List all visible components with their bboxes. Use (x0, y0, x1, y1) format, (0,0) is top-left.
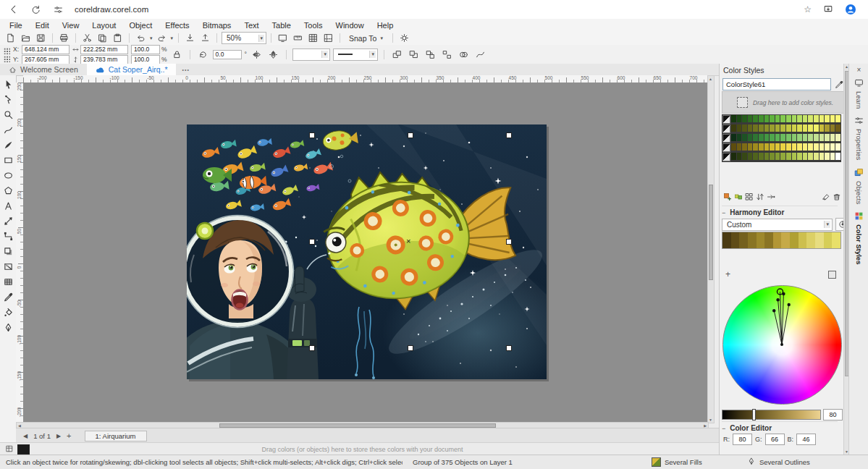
tab-overflow-button[interactable]: ••• (176, 64, 195, 75)
color-swatch[interactable] (742, 143, 747, 151)
color-swatch[interactable] (775, 115, 780, 122)
color-swatch[interactable] (786, 134, 791, 141)
ellipse-tool[interactable] (0, 168, 16, 183)
harmony-band[interactable] (773, 232, 782, 248)
color-swatch[interactable] (759, 143, 764, 151)
scroll-down-icon[interactable]: ▼ (709, 418, 712, 422)
brightness-handle[interactable] (752, 409, 756, 421)
color-swatch[interactable] (748, 124, 753, 132)
color-swatch[interactable] (808, 153, 813, 160)
color-swatch[interactable] (814, 153, 819, 160)
origin-grid-icon[interactable] (3, 47, 10, 54)
brightness-value[interactable]: 80 (823, 409, 843, 421)
convert-to-curves-button[interactable] (473, 48, 487, 61)
color-swatch[interactable] (808, 124, 813, 132)
copy-button[interactable] (96, 32, 109, 44)
text-tool[interactable] (0, 198, 16, 214)
drop-area[interactable]: Drag here to add color styles. (722, 91, 863, 114)
color-swatch[interactable] (770, 115, 775, 122)
color-swatch[interactable] (803, 143, 808, 151)
color-swatch[interactable] (797, 153, 802, 160)
harmony-band[interactable] (824, 232, 833, 248)
combine-button[interactable] (457, 48, 471, 61)
color-swatch[interactable] (825, 134, 830, 141)
save-button[interactable] (34, 32, 48, 44)
color-swatch[interactable] (830, 153, 835, 160)
color-swatch[interactable] (814, 124, 819, 132)
url-text[interactable]: coreldraw.corel.com (75, 5, 148, 14)
color-swatch[interactable] (814, 115, 819, 122)
color-swatch[interactable] (797, 134, 802, 141)
next-page-button[interactable]: ▶ (56, 433, 61, 439)
color-swatch[interactable] (792, 115, 797, 122)
paste-button[interactable] (111, 32, 125, 44)
options-gear-icon[interactable] (397, 32, 411, 44)
v-scroll-thumb[interactable] (709, 185, 713, 280)
menu-table[interactable]: Table (266, 20, 298, 30)
open-document-button[interactable] (19, 32, 33, 44)
color-swatch[interactable] (764, 143, 770, 151)
polygon-tool[interactable] (0, 183, 16, 198)
style-options-button[interactable] (765, 191, 776, 202)
color-swatch[interactable] (748, 115, 753, 122)
color-swatch[interactable] (808, 115, 813, 122)
new-document-button[interactable] (4, 32, 17, 44)
color-swatch[interactable] (737, 134, 742, 141)
chevron-down-icon[interactable]: ▾ (824, 221, 830, 228)
color-swatch[interactable] (775, 153, 780, 160)
menu-effects[interactable]: Effects (159, 20, 195, 30)
full-screen-preview-button[interactable] (276, 32, 290, 44)
color-swatch[interactable] (835, 143, 840, 151)
to-front-button[interactable] (390, 48, 404, 61)
menu-object[interactable]: Object (122, 20, 159, 30)
collapse-icon[interactable]: − (722, 425, 725, 432)
prev-page-button[interactable]: ◀ (23, 433, 28, 439)
harmony-band[interactable] (806, 232, 815, 248)
scroll-up-icon[interactable]: ▲ (709, 77, 712, 81)
canvas-v-scrollbar[interactable]: ▲ ▼ (707, 75, 715, 423)
chevron-down-icon[interactable]: ▾ (258, 35, 265, 42)
color-swatch[interactable] (759, 115, 764, 122)
color-swatch[interactable] (808, 134, 813, 141)
eyedropper-tool[interactable] (0, 290, 16, 305)
apply-style-button[interactable] (820, 191, 831, 202)
export-button[interactable] (198, 32, 212, 44)
harmony-band[interactable] (815, 232, 824, 248)
selection-handle-mr[interactable] (506, 239, 512, 245)
drop-shadow-tool[interactable] (0, 244, 16, 259)
to-back-button[interactable] (407, 48, 421, 61)
color-swatch[interactable] (770, 124, 775, 132)
back-icon[interactable] (7, 4, 20, 16)
selection-handle-tm[interactable] (408, 132, 413, 138)
color-swatch[interactable] (775, 124, 780, 132)
color-swatch[interactable] (737, 124, 742, 132)
chevron-down-icon[interactable]: ▾ (369, 51, 376, 58)
y-position-field[interactable]: 267.605 mm (22, 55, 69, 64)
undo-dropdown-icon[interactable]: ▾ (150, 35, 153, 41)
outline-width-combo[interactable]: ▾ (333, 48, 378, 61)
color-swatch[interactable] (775, 134, 780, 141)
harmony-folder-icon[interactable] (722, 115, 730, 124)
color-swatch[interactable] (759, 134, 764, 141)
object-width-field[interactable]: 222.252 mm (80, 45, 128, 54)
harmony-folder-icon[interactable] (722, 153, 730, 161)
harmony-band[interactable] (731, 232, 740, 248)
harmony-band[interactable] (748, 232, 757, 248)
color-swatch[interactable] (780, 115, 785, 122)
show-guidelines-button[interactable] (321, 32, 335, 44)
rotation-angle-field[interactable]: 0.0 (213, 50, 242, 59)
color-swatch[interactable] (803, 134, 808, 141)
color-swatch[interactable] (753, 124, 758, 132)
drawing-page[interactable] (187, 124, 547, 379)
color-swatch[interactable] (825, 124, 830, 132)
channel-value[interactable]: 66 (765, 434, 785, 445)
color-swatch[interactable] (819, 124, 825, 132)
color-swatch[interactable] (753, 134, 758, 141)
color-swatch[interactable] (830, 115, 835, 122)
fill-status[interactable]: Several Fills (652, 457, 702, 467)
outline-status[interactable]: Several Outlines (747, 457, 810, 466)
selection-handle-bl[interactable] (309, 345, 315, 351)
color-swatch[interactable] (731, 153, 736, 160)
new-color-style-button[interactable] (722, 191, 733, 202)
docker-tab-objects[interactable]: Objects (854, 168, 864, 204)
